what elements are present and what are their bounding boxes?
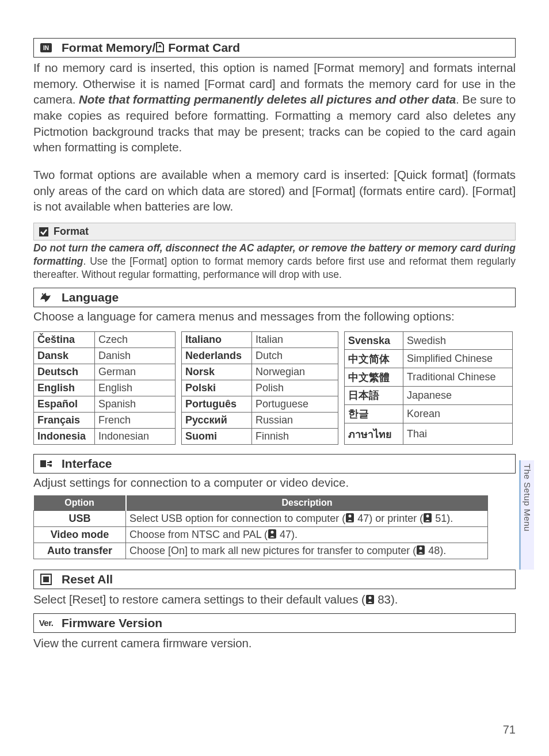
- language-english: Spanish: [95, 396, 176, 413]
- language-english: Traditional Chinese: [403, 368, 513, 387]
- language-english: Dutch: [252, 348, 338, 364]
- language-native: Русский: [182, 413, 252, 429]
- interface-intro: Adjust settings for connection to a comp…: [33, 476, 516, 490]
- format-paragraph-2: Two format options are available when a …: [33, 167, 516, 215]
- language-row: NorskNorwegian: [182, 364, 338, 380]
- language-english: Polish: [252, 380, 338, 396]
- svg-point-14: [271, 531, 274, 534]
- language-native: Français: [34, 413, 95, 429]
- svg-rect-8: [49, 464, 52, 467]
- language-row: NederlandsDutch: [182, 348, 338, 364]
- language-english: Czech: [95, 332, 176, 348]
- format-note-title: Format: [54, 226, 89, 238]
- language-section-header: Language: [33, 288, 516, 307]
- language-row: PolskiPolish: [182, 380, 338, 396]
- interface-option: Video mode: [34, 527, 126, 543]
- interface-description: Select USB option for connection to comp…: [126, 511, 488, 527]
- language-row: ČeštinaCzech: [34, 332, 176, 348]
- interface-header-description: Description: [126, 495, 488, 511]
- language-english: Italian: [252, 332, 338, 348]
- language-english: Indonesian: [95, 429, 176, 445]
- interface-section-header: Interface: [33, 454, 516, 474]
- language-native: Deutsch: [34, 364, 95, 380]
- language-native: Português: [182, 396, 252, 413]
- language-english: Swedish: [403, 332, 513, 350]
- page-ref-icon: [365, 594, 375, 605]
- svg-rect-18: [43, 576, 49, 582]
- language-row: ภาษาไทยThai: [345, 423, 513, 444]
- language-table-1: ČeštinaCzechDanskDanishDeutschGermanEngl…: [33, 331, 176, 445]
- language-native: Svenska: [345, 332, 403, 350]
- language-row: SvenskaSwedish: [345, 332, 513, 350]
- language-intro: Choose a language for camera menus and m…: [33, 310, 516, 323]
- page-ref-icon: [268, 529, 277, 539]
- format-paragraph-1: If no memory card is inserted, this opti…: [33, 60, 516, 155]
- language-row: 中文繁體Traditional Chinese: [345, 368, 513, 387]
- interface-option: Auto transfer: [34, 543, 126, 559]
- interface-description: Choose [On] to mark all new pictures for…: [126, 543, 488, 559]
- format-note-header: Format: [33, 223, 516, 240]
- language-row: SuomiFinnish: [182, 429, 338, 445]
- firmware-text: View the current camera firmware version…: [33, 635, 516, 651]
- interface-table: Option Description USBSelect USB option …: [33, 495, 488, 559]
- language-row: FrançaisFrench: [34, 413, 176, 429]
- reset-title: Reset All: [62, 572, 113, 586]
- language-native: ภาษาไทย: [345, 423, 403, 444]
- svg-text:IN: IN: [43, 45, 49, 51]
- language-table-2: ItalianoItalianNederlandsDutchNorskNorwe…: [181, 331, 338, 445]
- language-native: Suomi: [182, 429, 252, 445]
- interface-header-option: Option: [34, 495, 126, 511]
- language-native: 中文繁體: [345, 368, 403, 387]
- svg-rect-2: [39, 227, 48, 236]
- language-row: DanskDanish: [34, 348, 176, 364]
- language-row: РусскийRussian: [182, 413, 338, 429]
- language-row: 日本語Japanese: [345, 386, 513, 404]
- format-section-header: IN Format Memory/ Format Card: [33, 38, 516, 58]
- language-row: 中文简体Simplified Chinese: [345, 350, 513, 368]
- svg-point-12: [426, 515, 429, 518]
- language-native: Čeština: [34, 332, 95, 348]
- language-native: 中文简体: [345, 350, 403, 368]
- language-native: Español: [34, 396, 95, 413]
- interface-option: USB: [34, 511, 126, 527]
- language-english: Russian: [252, 413, 338, 429]
- svg-point-20: [368, 597, 371, 600]
- interface-description: Choose from NTSC and PAL ( 47).: [126, 527, 488, 543]
- page-ref-icon: [423, 513, 432, 523]
- page-ref-icon: [416, 545, 425, 555]
- interface-row: USBSelect USB option for connection to c…: [34, 511, 488, 527]
- reset-section-header: Reset All: [33, 570, 516, 589]
- firmware-section-header: Ver. Firmware Version: [33, 613, 516, 633]
- language-row: IndonesiaIndonesian: [34, 429, 176, 445]
- language-english: Norwegian: [252, 364, 338, 380]
- language-tables: ČeštinaCzechDanskDanishDeutschGermanEngl…: [33, 331, 516, 445]
- language-english: Portuguese: [252, 396, 338, 413]
- language-english: Danish: [95, 348, 176, 364]
- side-tab: The Setup Menu: [519, 460, 534, 570]
- language-icon: [39, 292, 54, 303]
- language-native: 한글: [345, 404, 403, 423]
- svg-point-16: [420, 547, 422, 550]
- language-english: German: [95, 364, 176, 380]
- language-english: English: [95, 380, 176, 396]
- page-ref-icon: [345, 513, 354, 523]
- svg-point-3: [42, 293, 43, 295]
- language-native: 日本語: [345, 386, 403, 404]
- reset-text: Select [Reset] to restore camera setting…: [33, 591, 516, 608]
- language-row: EnglishEnglish: [34, 380, 176, 396]
- language-row: EspañolSpanish: [34, 396, 176, 413]
- language-english: Simplified Chinese: [403, 350, 513, 368]
- language-native: Indonesia: [34, 429, 95, 445]
- interface-title: Interface: [62, 457, 112, 471]
- language-row: PortuguêsPortuguese: [182, 396, 338, 413]
- interface-row: Auto transferChoose [On] to mark all new…: [34, 543, 488, 559]
- page-number: 71: [503, 723, 516, 736]
- svg-point-10: [349, 515, 352, 518]
- language-row: 한글Korean: [345, 404, 513, 423]
- language-row: DeutschGerman: [34, 364, 176, 380]
- language-english: French: [95, 413, 176, 429]
- language-english: Thai: [403, 423, 513, 444]
- language-english: Japanese: [403, 386, 513, 404]
- firmware-icon: Ver.: [39, 618, 54, 628]
- interface-icon: [39, 459, 54, 469]
